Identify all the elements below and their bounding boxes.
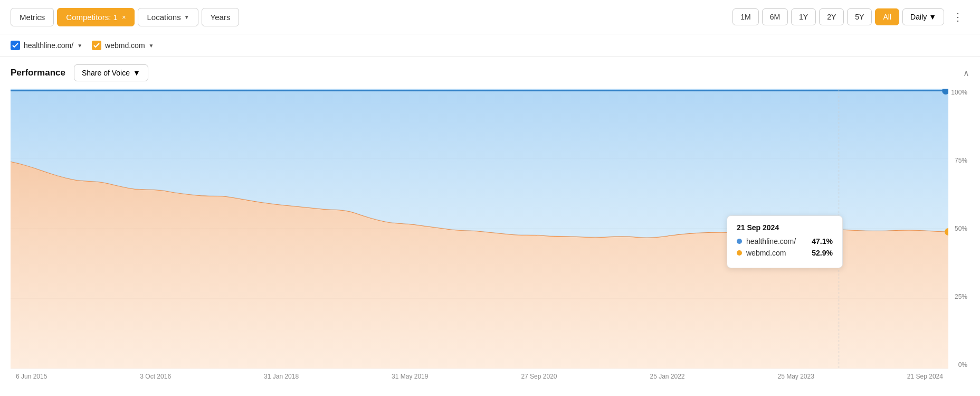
time-6m-button[interactable]: 6M [762, 8, 788, 25]
y-label-25: 25% [955, 293, 967, 300]
metrics-button[interactable]: Metrics [11, 8, 54, 26]
x-label-2: 31 Jan 2018 [264, 373, 299, 380]
healthline-domain-label: healthline.com/ [24, 41, 73, 50]
performance-left: Performance Share of Voice ▼ [11, 64, 148, 81]
checkbox-webmd[interactable] [92, 41, 101, 50]
years-label: Years [211, 13, 231, 22]
tooltip-date: 21 Sep 2024 [737, 223, 833, 232]
y-axis: 100% 75% 50% 25% 0% [948, 89, 969, 369]
metric-selector-chevron-icon: ▼ [133, 69, 140, 77]
chart-tooltip: 21 Sep 2024 healthline.com/ 47.1% webmd.… [727, 215, 843, 268]
y-label-0: 0% [958, 361, 967, 369]
x-label-0: 6 Jun 2015 [16, 373, 47, 380]
x-label-1: 3 Oct 2016 [140, 373, 171, 380]
y-label-100: 100% [951, 89, 967, 96]
webmd-domain-label: webmd.com [105, 41, 145, 50]
checkbox-healthline[interactable] [11, 41, 20, 50]
collapse-button[interactable]: ∧ [963, 68, 969, 78]
time-all-button[interactable]: All [875, 8, 899, 25]
locations-label: Locations [147, 13, 180, 22]
metric-selector-label: Share of Voice [82, 69, 130, 77]
healthline-chevron-icon: ▼ [77, 43, 82, 49]
y-label-50: 50% [955, 225, 967, 232]
time-controls: 1M 6M 1Y 2Y 5Y All Daily ▼ ⋮ [732, 7, 969, 26]
performance-section: Performance Share of Voice ▼ ∧ [0, 57, 980, 384]
tooltip-row-healthline: healthline.com/ 47.1% [737, 237, 833, 246]
tooltip-domain-webmd: webmd.com [746, 249, 807, 257]
locations-chevron-icon: ▼ [184, 14, 189, 20]
granularity-label: Daily [910, 13, 927, 21]
close-icon[interactable]: × [122, 13, 126, 21]
x-label-5: 25 Jan 2022 [650, 373, 684, 380]
competitors-label: Competitors: 1 [66, 13, 118, 22]
tooltip-dot-healthline [737, 239, 742, 244]
performance-title: Performance [11, 68, 65, 78]
time-5y-button[interactable]: 5Y [847, 8, 872, 25]
chart-area: 21 Sep 2024 healthline.com/ 47.1% webmd.… [11, 89, 948, 369]
metric-selector-button[interactable]: Share of Voice ▼ [74, 64, 148, 81]
competitors-button[interactable]: Competitors: 1 × [57, 8, 135, 26]
filter-buttons: Metrics Competitors: 1 × Locations ▼ Yea… [11, 8, 239, 26]
tooltip-value-webmd: 52.9% [812, 249, 833, 257]
x-label-6: 25 May 2023 [778, 373, 814, 380]
domain-webmd[interactable]: webmd.com ▼ [92, 41, 154, 50]
domain-bar: healthline.com/ ▼ webmd.com ▼ [0, 34, 980, 57]
top-bar: Metrics Competitors: 1 × Locations ▼ Yea… [0, 0, 980, 34]
x-label-4: 27 Sep 2020 [521, 373, 557, 380]
time-1m-button[interactable]: 1M [732, 8, 758, 25]
tooltip-domain-healthline: healthline.com/ [746, 237, 807, 246]
tooltip-value-healthline: 47.1% [812, 237, 833, 246]
webmd-chevron-icon: ▼ [149, 43, 154, 49]
domain-healthline[interactable]: healthline.com/ ▼ [11, 41, 82, 50]
tooltip-row-webmd: webmd.com 52.9% [737, 249, 833, 257]
granularity-button[interactable]: Daily ▼ [902, 8, 944, 25]
x-axis: 6 Jun 2015 3 Oct 2016 31 Jan 2018 31 May… [11, 369, 948, 384]
locations-button[interactable]: Locations ▼ [138, 8, 198, 26]
years-button[interactable]: Years [202, 8, 240, 26]
x-label-3: 31 May 2019 [392, 373, 428, 380]
granularity-chevron-icon: ▼ [929, 13, 936, 21]
more-options-button[interactable]: ⋮ [947, 7, 969, 26]
x-label-7: 21 Sep 2024 [907, 373, 943, 380]
performance-header: Performance Share of Voice ▼ ∧ [11, 64, 969, 81]
y-label-75: 75% [955, 157, 967, 164]
time-1y-button[interactable]: 1Y [791, 8, 816, 25]
tooltip-dot-webmd [737, 250, 742, 256]
metrics-label: Metrics [20, 13, 45, 22]
time-2y-button[interactable]: 2Y [819, 8, 844, 25]
chart-container: 21 Sep 2024 healthline.com/ 47.1% webmd.… [11, 89, 969, 384]
